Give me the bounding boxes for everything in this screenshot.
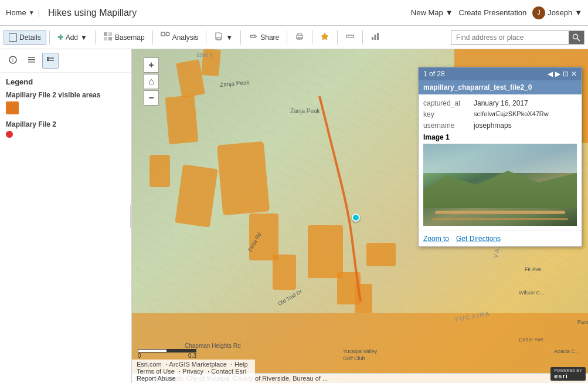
svg-rect-0 [104, 32, 107, 36]
zoom-to-link[interactable]: Zoom to [423, 235, 449, 243]
zoom-out-button[interactable]: − [144, 90, 159, 106]
popup-next-button[interactable]: ▶ [555, 70, 560, 78]
svg-rect-3 [108, 37, 112, 40]
layer1-label: Mapillary File 2 visible areas [6, 91, 125, 99]
map-label-cedar: Cedar Ave [519, 337, 543, 343]
measure-button[interactable] [341, 29, 359, 45]
popup-counter: 1 of 28 [423, 70, 445, 78]
search-button[interactable] [569, 31, 584, 44]
popup-header-left: 1 of 28 [423, 70, 445, 78]
sidebar-tabs: i [0, 49, 131, 73]
scale-labels: 0 0.3 [138, 353, 196, 359]
bookmark-button[interactable] [315, 29, 334, 45]
basemap-label: Basemap [115, 33, 145, 42]
map-region [273, 255, 296, 290]
tab-info[interactable]: i [5, 53, 21, 69]
tab-layers[interactable] [42, 53, 59, 69]
sidebar: i Legend Mapillary File 2 visible areas … [0, 49, 132, 383]
svg-rect-6 [217, 38, 220, 40]
legend-section: Legend Mapillary File 2 visible areas Ma… [0, 73, 131, 148]
get-directions-link[interactable]: Get Directions [456, 235, 501, 243]
measure-icon [345, 32, 355, 43]
popup: 1 of 28 ◀ ▶ ⊡ ✕ mapillary_chaparral_test… [418, 67, 582, 247]
scale-0: 0 [138, 353, 141, 359]
svg-point-5 [166, 32, 169, 36]
popup-title: mapillary_chaparral_test_file2_0 [419, 80, 582, 94]
image-sky [423, 144, 577, 173]
basemap-button[interactable]: Basemap [98, 29, 149, 45]
toolbar: Details ✚ Add ▼ Basemap Analysis ▼ Share [0, 26, 588, 49]
map[interactable]: Zanja Peak Zanja Peak Zanja Rd Old Trail… [132, 49, 588, 383]
link-icon [249, 32, 258, 43]
user-menu[interactable]: J Joseph ▼ [532, 6, 582, 19]
popup-row-username: username josephmaps [423, 121, 577, 130]
layer2-label: Mapillary File 2 [6, 120, 125, 128]
map-region [355, 284, 372, 313]
legend-item-2: Mapillary File 2 [6, 120, 125, 138]
header-left: Home ▼ | Hikes using Mapillary [6, 8, 137, 18]
analysis-icon [161, 32, 170, 43]
new-map-chevron: ▼ [446, 8, 453, 17]
svg-rect-18 [377, 33, 379, 40]
map-controls: + ⌂ − [144, 57, 159, 106]
separator [337, 30, 338, 45]
chart-icon [371, 32, 380, 43]
main-area: i Legend Mapillary File 2 visible areas … [0, 49, 588, 383]
separator [240, 30, 241, 45]
search-wrapper [451, 30, 584, 45]
zoom-in-button[interactable]: + [144, 57, 159, 73]
zoom-home-button[interactable]: ⌂ [144, 74, 159, 89]
print-button[interactable] [290, 29, 309, 45]
terms-link[interactable]: Terms of Use [137, 368, 175, 375]
scale-03: 0.3 [188, 353, 196, 359]
search-input[interactable] [451, 31, 569, 44]
user-label: Joseph [548, 8, 572, 17]
home-button[interactable]: Home ▼ [6, 8, 35, 17]
esri-link[interactable]: Esri.com [137, 361, 162, 368]
svg-rect-25 [28, 62, 35, 63]
layer1-swatch [6, 101, 19, 114]
popup-prev-button[interactable]: ◀ [548, 70, 553, 78]
svg-rect-1 [108, 32, 112, 36]
privacy-link[interactable]: Privacy [182, 368, 203, 375]
tab-list[interactable] [23, 53, 40, 69]
add-label: Add [66, 33, 78, 42]
arcgis-link[interactable]: ArcGIS Marketplace [169, 361, 226, 368]
details-button[interactable]: Details [4, 30, 46, 45]
popup-close-button[interactable]: ✕ [571, 70, 577, 78]
user-chevron: ▼ [575, 8, 582, 17]
user-avatar: J [532, 6, 545, 19]
analysis-label: Analysis [172, 33, 199, 42]
new-map-label: New Map [411, 8, 443, 17]
bookmark-icon [320, 32, 329, 43]
new-map-button[interactable]: New Map ▼ [411, 8, 453, 17]
map-label-chapman: Chapman Heights Rd [185, 343, 241, 349]
powered-by: POWERED BY [554, 368, 582, 372]
popup-row-captured: captured_at January 16, 2017 [423, 99, 577, 107]
map-label-yucaipa: Yucaipa Valley [343, 348, 377, 354]
app-title: Hikes using Mapillary [48, 8, 137, 18]
username-label: username [423, 121, 470, 130]
captured-value: January 16, 2017 [474, 99, 528, 107]
contact-link[interactable]: Contact Esri [211, 368, 246, 375]
svg-marker-9 [321, 33, 328, 40]
details-icon [9, 33, 17, 42]
svg-rect-28 [47, 57, 49, 59]
separator [206, 30, 206, 45]
analysis-button[interactable]: Analysis [156, 29, 203, 45]
share-button[interactable]: Share [244, 29, 284, 45]
username-value: josephmaps [474, 121, 512, 130]
key-label: key [423, 110, 470, 118]
report-link[interactable]: Report Abuse [137, 375, 176, 382]
create-presentation-button[interactable]: Create Presentation [459, 8, 527, 17]
add-button[interactable]: ✚ Add ▼ [53, 31, 92, 44]
save-button[interactable]: ▼ [209, 29, 237, 45]
svg-line-20 [577, 38, 580, 41]
details-label: Details [19, 33, 41, 42]
chart-button[interactable] [366, 29, 385, 45]
help-link[interactable]: Help [234, 361, 248, 368]
popup-expand-button[interactable]: ⊡ [563, 70, 569, 78]
svg-rect-10 [346, 35, 354, 38]
separator [152, 30, 153, 45]
map-region [217, 141, 270, 216]
